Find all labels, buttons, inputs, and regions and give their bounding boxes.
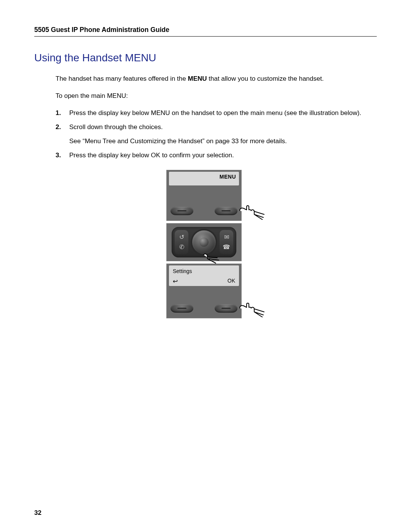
step-3-text: Press the display key below OK to confir… xyxy=(69,152,234,159)
intro-paragraph: The handset has many features offered in… xyxy=(56,75,377,83)
handset-screen-settings: Settings ↩ OK xyxy=(169,265,239,286)
softkey-right-icon xyxy=(215,304,237,313)
open-line: To open the main MENU: xyxy=(56,92,377,101)
section-title: Using the Handset MENU xyxy=(34,52,377,64)
end-call-icon: ☎ xyxy=(223,243,230,251)
step-2-sub: See “Menu Tree and Customizing the Hands… xyxy=(69,137,377,146)
intro-text-post: that allow you to customize the handset. xyxy=(207,75,324,82)
intro-text-bold: MENU xyxy=(188,75,207,82)
nav-side-left: ↺ ✆ xyxy=(175,230,188,254)
illus-panel-menu: MENU xyxy=(166,170,242,221)
screen-ok-label: OK xyxy=(228,277,235,284)
illustration: MENU ↺ xyxy=(56,170,377,321)
nav-center-button xyxy=(192,230,216,254)
step-1-text: Press the display key below MENU on the … xyxy=(69,109,361,117)
step-2: Scroll down through the choices. See “Me… xyxy=(56,123,377,146)
call-icon: ✆ xyxy=(179,243,184,251)
pointing-hand-icon xyxy=(237,300,266,317)
illus-panel-nav: ↺ ✆ ✉ ☎ xyxy=(166,223,242,261)
message-icon: ✉ xyxy=(224,233,229,241)
step-3: Press the display key below OK to confir… xyxy=(56,151,377,160)
nav-side-right: ✉ ☎ xyxy=(220,230,233,254)
handset-screen-menu: MENU xyxy=(169,172,239,185)
softkey-left-icon xyxy=(170,304,193,313)
softkey-left-icon xyxy=(170,207,193,215)
illus-panel-settings: Settings ↩ OK xyxy=(166,264,242,318)
screen-settings-title: Settings xyxy=(173,268,235,275)
nav-nub-icon xyxy=(199,238,209,247)
step-2-text: Scroll down through the choices. xyxy=(69,123,163,131)
intro-text-pre: The handset has many features offered in… xyxy=(56,75,188,82)
step-1: Press the display key below MENU on the … xyxy=(56,109,377,118)
running-header: 5505 Guest IP Phone Administration Guide xyxy=(34,26,377,37)
body-content: The handset has many features offered in… xyxy=(56,75,377,321)
redial-icon: ↺ xyxy=(179,233,184,241)
softkey-right-icon xyxy=(215,207,237,215)
back-icon: ↩ xyxy=(173,278,178,284)
handset-illustration: MENU ↺ xyxy=(166,170,266,321)
pointing-hand-icon xyxy=(237,203,266,220)
steps-list: Press the display key below MENU on the … xyxy=(56,109,377,160)
screen-menu-label: MENU xyxy=(220,173,236,181)
document-page: 5505 Guest IP Phone Administration Guide… xyxy=(0,0,411,532)
page-number: 32 xyxy=(34,509,41,517)
